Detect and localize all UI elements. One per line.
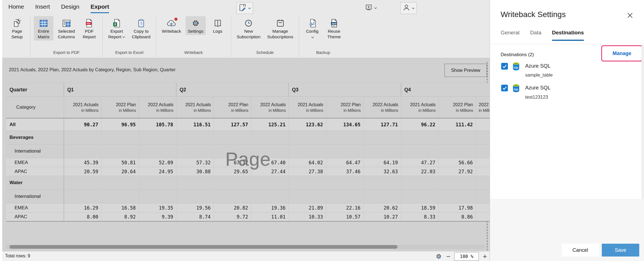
matrix-row-beverages: Beverages xyxy=(6,131,515,144)
matrix-cell xyxy=(139,190,176,203)
measure-header: 2022 Actualsin Millions xyxy=(363,97,401,118)
writeback-button[interactable]: Writeback xyxy=(160,16,183,35)
destination-checkbox[interactable] xyxy=(501,63,508,70)
logs-button[interactable]: Logs xyxy=(208,16,228,35)
measure-header: 2021 Actualsin Millions xyxy=(176,97,214,118)
corner-category-label: Category xyxy=(6,97,64,118)
matrix-cell xyxy=(176,144,214,158)
row-label: International xyxy=(6,144,64,158)
matrix-cell xyxy=(176,176,214,190)
matrix-cell xyxy=(251,176,288,190)
tab-insert[interactable]: Insert xyxy=(35,3,50,13)
pdf-report-button[interactable]: PDFPDFReport xyxy=(79,16,99,41)
matrix-cell xyxy=(363,144,401,158)
measure-header: 2021 Actualsin Millions xyxy=(401,97,438,118)
reuse-theme-button[interactable]: JSONReuseTheme xyxy=(324,16,344,41)
row-label: All xyxy=(6,118,64,131)
ribbon-group: ConfigJSONReuseThemeBackup xyxy=(299,16,347,57)
settings-button[interactable]: Settings xyxy=(186,16,206,35)
manage-link[interactable]: Manage xyxy=(612,51,631,56)
cancel-button[interactable]: Cancel xyxy=(562,244,599,257)
matrix-cell: 8.00 xyxy=(64,212,101,222)
matrix-cell: 24.95 xyxy=(139,167,176,176)
row-label: Water xyxy=(6,176,64,190)
ribbon-group: EntireMatrixSelectedColumnsPDFPDFReportE… xyxy=(30,16,103,57)
export-report-button[interactable]: XExportReport xyxy=(106,16,127,41)
copy-to-clipboard-button[interactable]: Copy toClipboard xyxy=(130,16,153,41)
matrix-cell: 50.81 xyxy=(101,158,139,167)
destination-name: Azure SQL xyxy=(525,63,638,69)
matrix-cell: 123.62 xyxy=(288,118,326,131)
measure-name: 2022 Actuals xyxy=(252,102,286,107)
settings-icon xyxy=(191,18,200,29)
manage-subscriptions-button[interactable]: ManageSubscriptions xyxy=(265,16,295,41)
quarter-header-q1: Q1 xyxy=(64,83,176,97)
horizontal-scrollbar-thumb[interactable] xyxy=(10,245,397,249)
pdf-report-label: PDFReport xyxy=(83,29,96,40)
ribbon-group-label: Export to Excel xyxy=(106,49,153,57)
matrix-cell: 10.57 xyxy=(326,212,363,222)
matrix-cell: 18.59 xyxy=(401,203,438,212)
insert-visual-button[interactable] xyxy=(363,2,379,13)
selected-columns-button[interactable]: SelectedColumns xyxy=(56,16,77,41)
matrix-cell: 56.66 xyxy=(438,158,476,167)
account-icon xyxy=(402,3,411,13)
measure-header: 2022 Planin Millions xyxy=(214,97,251,118)
matrix-cell: 22.03 xyxy=(401,167,438,176)
matrix-cell xyxy=(438,131,476,144)
matrix-cell: 47.27 xyxy=(401,158,438,167)
copy-to-clipboard-icon xyxy=(136,18,146,29)
writeback-icon xyxy=(166,18,177,29)
tab-design[interactable]: Design xyxy=(61,3,79,13)
matrix-cell xyxy=(401,176,438,190)
measure-header: 2022 Planin Millions xyxy=(326,97,363,118)
matrix-row-water: Water xyxy=(6,176,515,190)
panel-scrollbar[interactable] xyxy=(641,45,644,199)
entire-matrix-icon xyxy=(39,18,48,29)
matrix-cell xyxy=(214,176,251,190)
table-settings-gear-icon[interactable] xyxy=(435,253,442,260)
svg-text:PDF: PDF xyxy=(87,22,91,25)
matrix-cell xyxy=(251,190,288,203)
measure-name: 2021 Actuals xyxy=(177,102,211,107)
row-label: EMEA xyxy=(6,158,64,167)
panel-tab-general[interactable]: General xyxy=(501,30,520,41)
azure-sql-icon: SQL xyxy=(512,62,525,72)
tab-export[interactable]: Export xyxy=(91,3,109,13)
zoom-out-button[interactable]: − xyxy=(446,253,451,260)
matrix-cell: 37.46 xyxy=(326,167,363,176)
matrix-cell: 8.86 xyxy=(438,212,476,222)
matrix-cell xyxy=(101,176,139,190)
panel-tab-destinations[interactable]: Destinations xyxy=(552,30,584,41)
account-button[interactable] xyxy=(400,2,417,14)
measure-header: 2021 Actualsin Millions xyxy=(288,97,326,118)
export-report-label: ExportReport xyxy=(108,29,125,40)
new-subscription-button[interactable]: NewSubscription xyxy=(235,16,263,41)
matrix-cell xyxy=(326,131,363,144)
svg-text:SQL: SQL xyxy=(514,66,518,69)
show-preview-button[interactable]: Show Preview xyxy=(444,64,487,77)
tab-home[interactable]: Home xyxy=(8,3,24,13)
save-button[interactable]: Save xyxy=(602,244,639,257)
destination-checkbox[interactable] xyxy=(501,85,508,91)
zoom-in-button[interactable]: + xyxy=(483,253,487,260)
matrix-cell xyxy=(438,190,476,203)
matrix-row-apac: APAC8.008.929.398.749.7211.0110.3310.571… xyxy=(6,212,515,222)
ribbon-tab-bar: HomeInsertDesignExport xyxy=(8,3,109,13)
edit-layout-button[interactable] xyxy=(236,2,253,14)
config-icon xyxy=(307,18,317,29)
matrix-cell xyxy=(101,190,139,203)
matrix-cell: 134.65 xyxy=(326,118,363,131)
matrix-cell: 21.89 xyxy=(288,203,326,212)
destination-item: SQLAzure SQLsample_table xyxy=(501,62,638,78)
entire-matrix-button[interactable]: EntireMatrix xyxy=(34,16,53,41)
page-setup-button[interactable]: PageSetup xyxy=(7,16,27,41)
config-button[interactable]: Config xyxy=(302,16,322,41)
matrix-row-international: International xyxy=(6,190,515,203)
panel-tab-data[interactable]: Data xyxy=(530,30,541,41)
measure-name: 2022 Plan xyxy=(326,102,361,107)
zoom-level-value[interactable]: 100 % xyxy=(454,252,479,261)
row-label: EMEA xyxy=(6,203,64,212)
horizontal-scrollbar[interactable] xyxy=(6,245,485,249)
close-icon[interactable] xyxy=(626,12,634,20)
